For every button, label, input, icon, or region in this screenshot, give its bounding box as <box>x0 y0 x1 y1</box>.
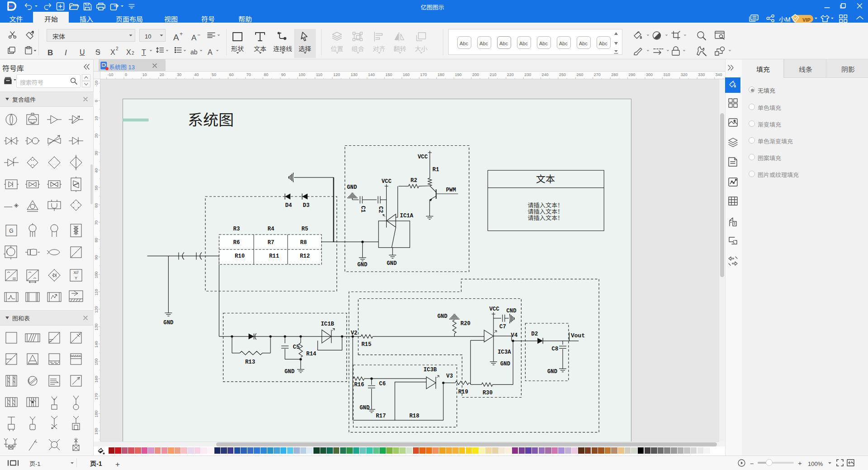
svg-text:系统图: 系统图 <box>188 108 234 130</box>
svg-text:R30: R30 <box>483 390 493 396</box>
svg-text:80: 80 <box>264 72 268 77</box>
svg-text:VCC: VCC <box>417 154 428 160</box>
svg-text:-10: -10 <box>94 81 99 86</box>
svg-text:0: 0 <box>125 72 127 77</box>
svg-text:D4: D4 <box>285 202 292 209</box>
svg-text:请插入文本！: 请插入文本！ <box>527 213 563 222</box>
svg-text:R14: R14 <box>306 351 317 357</box>
svg-text:310: 310 <box>663 72 670 77</box>
svg-text:280: 280 <box>611 72 618 77</box>
svg-text:C2: C2 <box>377 206 384 213</box>
svg-text:IC1B: IC1B <box>321 321 334 327</box>
svg-text:R18: R18 <box>409 413 419 419</box>
svg-text:V4: V4 <box>511 332 518 339</box>
svg-text:170: 170 <box>420 72 427 77</box>
svg-text:GND: GND <box>347 184 357 191</box>
svg-text:R4: R4 <box>268 226 275 232</box>
svg-text:220: 220 <box>507 72 514 77</box>
svg-text:R11: R11 <box>269 253 279 259</box>
svg-text:GND: GND <box>387 260 397 267</box>
svg-text:120: 120 <box>94 306 99 313</box>
svg-text:320: 320 <box>681 72 688 77</box>
svg-text:210: 210 <box>489 72 496 77</box>
svg-text:30: 30 <box>94 151 99 155</box>
svg-text:C7: C7 <box>499 324 506 330</box>
svg-text:文本: 文本 <box>536 172 555 185</box>
svg-text:230: 230 <box>524 72 531 77</box>
svg-text:R10: R10 <box>235 253 245 259</box>
svg-text:160: 160 <box>403 72 409 77</box>
svg-text:0: 0 <box>94 100 99 102</box>
svg-text:300: 300 <box>646 72 653 77</box>
svg-text:170: 170 <box>94 393 99 400</box>
svg-text:Y: Y <box>74 276 77 280</box>
svg-text:190: 190 <box>94 428 99 435</box>
svg-text:50: 50 <box>212 72 216 77</box>
svg-text:C6: C6 <box>379 381 386 387</box>
svg-text:R19: R19 <box>458 389 468 395</box>
svg-text:R7: R7 <box>268 240 275 246</box>
svg-text:R3: R3 <box>233 226 240 232</box>
svg-text:150: 150 <box>94 358 99 365</box>
svg-text:30: 30 <box>177 72 181 77</box>
svg-text:R20: R20 <box>460 321 470 327</box>
svg-text:GND: GND <box>500 361 510 367</box>
svg-text:20: 20 <box>160 72 164 77</box>
svg-text:270: 270 <box>594 72 601 77</box>
svg-text:110: 110 <box>94 289 99 295</box>
svg-text:R2: R2 <box>411 177 417 184</box>
svg-text:R16: R16 <box>354 382 364 388</box>
svg-text:-10: -10 <box>108 72 114 77</box>
svg-text:X//: X// <box>73 270 79 275</box>
svg-text:90: 90 <box>281 72 286 77</box>
svg-text:180: 180 <box>437 72 444 77</box>
svg-text:D2: D2 <box>531 331 538 337</box>
svg-text:GND: GND <box>437 313 447 320</box>
svg-text:R5: R5 <box>302 226 308 232</box>
svg-text:40: 40 <box>194 72 199 77</box>
svg-text:C1: C1 <box>360 206 366 213</box>
svg-text:250: 250 <box>559 72 566 77</box>
svg-text:70: 70 <box>247 72 251 77</box>
svg-text:D3: D3 <box>303 202 310 209</box>
svg-text:290: 290 <box>629 72 636 77</box>
svg-text:60: 60 <box>229 72 233 77</box>
svg-text:340: 340 <box>716 72 722 77</box>
svg-text:IC1A: IC1A <box>400 213 413 219</box>
svg-text:CND: CND <box>506 308 516 314</box>
svg-text:140: 140 <box>94 341 99 348</box>
svg-text:70: 70 <box>94 221 99 225</box>
svg-text:R17: R17 <box>376 413 386 419</box>
svg-text:60: 60 <box>94 203 99 207</box>
svg-text:PWM: PWM <box>446 187 456 193</box>
svg-text:R13: R13 <box>245 359 255 365</box>
svg-text:150: 150 <box>385 72 392 77</box>
svg-text:R15: R15 <box>361 341 371 348</box>
svg-text:240: 240 <box>542 72 549 77</box>
svg-text:R6: R6 <box>233 240 240 246</box>
svg-text:R8: R8 <box>300 240 307 246</box>
svg-text:G: G <box>9 228 13 234</box>
svg-text:50: 50 <box>94 186 99 190</box>
svg-text:160: 160 <box>94 376 99 383</box>
svg-text:IC3A: IC3A <box>498 349 511 355</box>
svg-text:Vout: Vout <box>571 332 585 339</box>
svg-text:40: 40 <box>94 168 99 173</box>
svg-text:200: 200 <box>472 72 479 77</box>
svg-text:140: 140 <box>368 72 375 77</box>
svg-text:GND: GND <box>163 320 173 326</box>
svg-text:GND: GND <box>360 405 370 411</box>
svg-text:90: 90 <box>94 255 99 260</box>
svg-text:R12: R12 <box>300 253 310 259</box>
svg-text:80: 80 <box>94 238 99 242</box>
svg-text:GND: GND <box>285 369 294 375</box>
svg-text:180: 180 <box>94 411 99 417</box>
svg-text:C5: C5 <box>293 344 300 350</box>
svg-text:20: 20 <box>94 134 99 138</box>
svg-text:V2: V2 <box>351 330 357 336</box>
svg-text:IC3B: IC3B <box>423 367 437 373</box>
svg-text:10: 10 <box>94 116 99 120</box>
svg-text:190: 190 <box>455 72 462 77</box>
svg-text:130: 130 <box>351 72 357 77</box>
svg-text:V3: V3 <box>446 373 453 379</box>
